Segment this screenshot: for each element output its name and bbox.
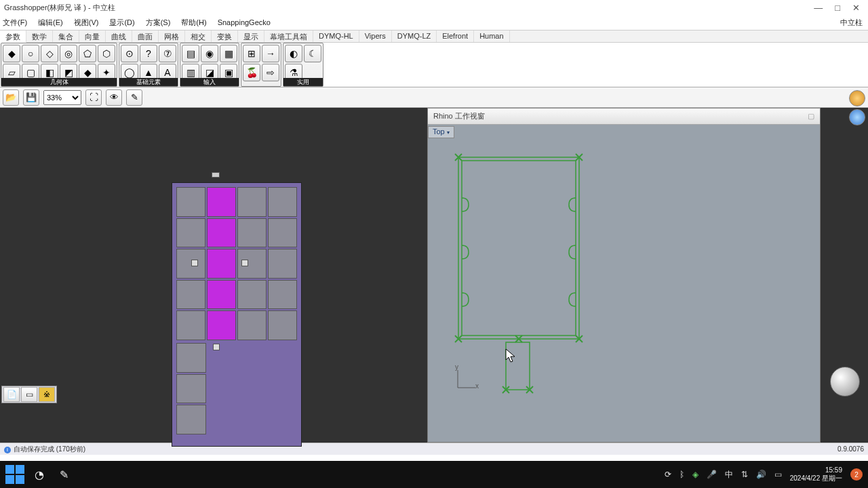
grid-cell[interactable] — [207, 280, 236, 310]
quick-doc[interactable]: 📄 — [3, 387, 20, 402]
shade-toggle[interactable] — [849, 90, 865, 106]
tray-bt-icon[interactable]: ᛒ — [679, 470, 684, 479]
resize-handle-left[interactable] — [191, 260, 198, 266]
grid-cell[interactable] — [237, 310, 267, 340]
ribbon-icon[interactable]: ◇ — [41, 45, 58, 62]
task-app2[interactable]: ✎ — [54, 465, 73, 484]
resize-handle-bottom[interactable] — [213, 344, 220, 350]
zoom-select[interactable]: 33% — [43, 90, 81, 105]
tab-mesh[interactable]: 网格 — [159, 30, 185, 42]
quick-script[interactable]: ※ — [39, 387, 55, 402]
tray-clock[interactable]: 15:59 2024/4/22 星期一 — [790, 466, 842, 483]
grid-cell[interactable] — [268, 218, 297, 248]
task-app1[interactable]: ◔ — [30, 465, 49, 484]
tab-vipers[interactable]: Vipers — [359, 30, 392, 42]
menu-edit[interactable]: 编辑(E) — [38, 18, 63, 28]
zoom-extents-button[interactable]: ⛶ — [85, 89, 102, 106]
grid-cell[interactable] — [207, 218, 236, 248]
tab-intersect[interactable]: 相交 — [185, 30, 212, 42]
grid-cell[interactable] — [237, 218, 267, 248]
tab-vector[interactable]: 向量 — [79, 30, 106, 42]
grid-cell[interactable] — [268, 280, 297, 310]
menu-display[interactable]: 显示(D) — [109, 18, 134, 28]
ribbon-icon[interactable]: ⊞ — [243, 45, 260, 62]
grid-cell[interactable] — [176, 343, 206, 373]
sketch-tool[interactable]: ✎ — [126, 89, 142, 106]
save-button[interactable]: 💾 — [23, 89, 39, 106]
tray-sound-icon[interactable]: 🔊 — [756, 470, 766, 479]
grid-cell[interactable] — [207, 249, 236, 279]
tab-human[interactable]: Human — [474, 30, 509, 42]
menu-scheme[interactable]: 方案(S) — [146, 18, 171, 28]
tab-dymq-lz[interactable]: DYMQ-LZ — [392, 30, 437, 42]
grid-cell[interactable] — [268, 249, 297, 279]
ribbon-icon[interactable]: 🍒 — [243, 64, 260, 81]
quick-view[interactable]: ▭ — [21, 387, 37, 402]
ribbon: ◆○◇◎⬠⬡▱▢◧◩◆✦几何体⊙?⑦◯▲A基础元素▤◉▦▥◪▣输入⊞→🍒⇨◐☾⚗… — [0, 43, 868, 87]
panel-grid-lower[interactable] — [176, 343, 206, 434]
ribbon-icon[interactable]: ☾ — [304, 45, 321, 62]
ribbon-icon[interactable]: ⬠ — [79, 45, 96, 62]
close-button[interactable]: ✕ — [852, 3, 860, 13]
rhino-viewport-panel: Rhino 工作视窗 ▢ Top ▾ — [427, 108, 821, 443]
maximize-button[interactable]: □ — [835, 3, 840, 13]
resize-handle-right[interactable] — [241, 260, 248, 266]
tab-sets[interactable]: 集合 — [53, 30, 79, 42]
tray-nvidia-icon[interactable]: ◈ — [692, 470, 698, 479]
ribbon-icon[interactable]: → — [262, 45, 279, 62]
tray-wifi-icon[interactable]: ⇅ — [741, 470, 748, 479]
viewport-nav-ball[interactable] — [830, 367, 860, 396]
ribbon-icon[interactable]: ? — [140, 45, 157, 62]
tab-display[interactable]: 显示 — [238, 30, 264, 42]
render-toggle[interactable] — [849, 109, 865, 125]
grid-cell[interactable] — [176, 280, 205, 310]
grid-cell[interactable] — [176, 310, 205, 340]
group-handle-top[interactable] — [212, 172, 220, 178]
grid-cell[interactable] — [176, 405, 206, 434]
tray-notification-badge[interactable]: 2 — [850, 468, 863, 481]
start-button[interactable] — [5, 465, 24, 484]
menubar: 文件(F) 编辑(E) 视图(V) 显示(D) 方案(S) 帮助(H) Snap… — [0, 15, 868, 30]
tray-mic-icon[interactable]: 🎤 — [707, 470, 717, 479]
grid-cell[interactable] — [237, 187, 267, 217]
grid-cell[interactable] — [268, 187, 297, 217]
rhino-panel-close[interactable]: ▢ — [808, 112, 814, 121]
preview-toggle[interactable]: 👁 — [106, 89, 122, 106]
ribbon-icon[interactable]: ○ — [22, 45, 39, 62]
tab-transform[interactable]: 变换 — [212, 30, 238, 42]
tray-ime[interactable]: 中 — [725, 469, 733, 481]
tab-elefront[interactable]: Elefront — [437, 30, 474, 42]
grid-cell[interactable] — [176, 374, 206, 404]
open-button[interactable]: 📂 — [3, 89, 19, 106]
tray-sync-icon[interactable]: ⟳ — [665, 470, 671, 479]
tray-battery-icon[interactable]: ▭ — [774, 470, 782, 479]
tab-dymq-hl[interactable]: DYMQ-HL — [313, 30, 359, 42]
tab-math[interactable]: 数学 — [26, 30, 53, 42]
grid-cell[interactable] — [176, 187, 205, 217]
tab-surface[interactable]: 曲面 — [132, 30, 159, 42]
ribbon-icon[interactable]: ◐ — [285, 45, 302, 62]
menu-snappinggecko[interactable]: SnappingGecko — [218, 18, 271, 26]
menu-help[interactable]: 帮助(H) — [181, 18, 206, 28]
ribbon-icon[interactable]: ◉ — [201, 45, 218, 62]
grid-cell[interactable] — [237, 280, 267, 310]
menu-file[interactable]: 文件(F) — [3, 18, 27, 28]
ribbon-icon[interactable]: ⇨ — [262, 64, 279, 81]
grid-cell[interactable] — [268, 310, 297, 340]
ribbon-icon[interactable]: ◆ — [3, 45, 20, 62]
ribbon-group-label: 实用 — [283, 78, 323, 86]
tab-curve[interactable]: 曲线 — [106, 30, 132, 42]
ribbon-icon[interactable]: ⊙ — [121, 45, 138, 62]
ribbon-icon[interactable]: ▤ — [182, 45, 199, 62]
menu-view[interactable]: 视图(V) — [74, 18, 99, 28]
ribbon-icon[interactable]: ⑦ — [159, 45, 176, 62]
minimize-button[interactable]: — — [814, 3, 823, 13]
grid-cell[interactable] — [207, 310, 236, 340]
grid-cell[interactable] — [207, 187, 236, 217]
ribbon-icon[interactable]: ▦ — [220, 45, 237, 62]
grid-cell[interactable] — [176, 218, 205, 248]
tab-curtainwall[interactable]: 幕墙工具箱 — [264, 30, 313, 42]
tab-params[interactable]: 参数 — [0, 30, 26, 43]
ribbon-icon[interactable]: ◎ — [60, 45, 77, 62]
ribbon-icon[interactable]: ⬡ — [98, 45, 115, 62]
